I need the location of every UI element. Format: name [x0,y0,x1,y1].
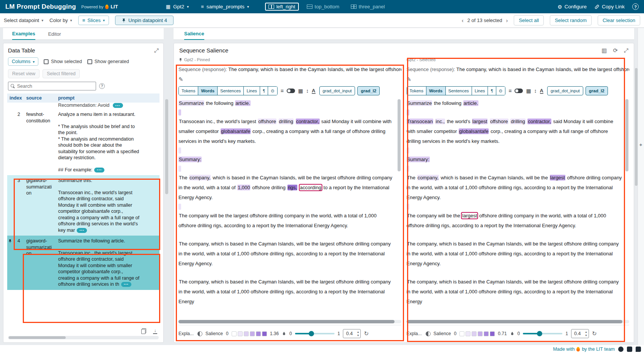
column-header-index[interactable]: index [9,95,22,101]
copy-icon[interactable] [141,328,146,334]
contrast-toggle[interactable] [287,89,295,93]
density-icon[interactable]: ≡ [281,88,284,94]
method-grad_l2[interactable]: grad_l2 [586,86,608,95]
token[interactable]: drilling [510,119,526,124]
ellipsis-chip[interactable]: ••• [94,168,104,173]
dot-circle-toggle[interactable]: ⊙ [268,87,277,95]
token[interactable]: contractor, [527,119,551,124]
table-row[interactable]: 4gigaword-summarizationSummarize the fol… [7,236,159,290]
layout-button-left_right[interactable]: left_right [265,3,299,11]
method-grad_dot_input[interactable]: grad_dot_input [547,86,583,95]
granularity-words[interactable]: Words [426,87,446,95]
paragraph-toggle[interactable]: ¶ [488,87,496,95]
token[interactable]: rigs, [287,185,298,190]
token[interactable]: the following [432,100,463,106]
column-header-prompt[interactable]: prompt [54,95,140,101]
granularity-tokens[interactable]: Tokens [407,87,426,95]
newline-token[interactable] [407,147,409,154]
chevron-right-icon[interactable]: › [506,17,508,24]
granularity-sentences[interactable]: Sentences [218,87,244,95]
show-generated-checkbox[interactable]: Show generated [87,59,129,64]
explanation-dropdown[interactable]: Expla... [407,331,423,336]
search-input[interactable] [17,84,93,89]
token[interactable]: The company will be the [407,213,462,218]
heatmap-icon[interactable]: ▦ [298,88,303,94]
token[interactable]: The [178,175,189,180]
reset-view-button[interactable]: Reset view [8,69,39,78]
vertical-scrollbar[interactable] [635,68,638,186]
horizontal-scrollbar[interactable] [8,336,159,339]
download-icon[interactable]: ↓ [153,329,157,334]
intensity-slider[interactable] [523,331,562,336]
token[interactable]: largest [462,213,477,218]
dataset-selector[interactable]: ≡ sample_prompts ▾ [201,4,249,9]
text-color-icon[interactable]: A [540,88,543,94]
search-box[interactable] [8,82,96,90]
vertical-scrollbar[interactable] [398,99,401,171]
token[interactable]: The company, which is based in the Cayma… [407,279,619,304]
tab-examples[interactable]: Examples [12,31,35,40]
table-row-partial[interactable]: Recommendation: Avoid ••• [7,103,159,109]
edit-icon[interactable]: ✎ [178,76,401,83]
stepper-icons[interactable]: ▲▼ [357,330,360,337]
ellipsis-chip[interactable]: ••• [77,228,87,233]
token[interactable]: company, [417,175,439,180]
text-color-icon[interactable]: A [312,88,315,94]
align-icon[interactable]: ↕ [306,88,309,94]
copy-link-button[interactable]: Copy Link [594,4,625,9]
tab-editor[interactable]: Editor [48,31,61,40]
token[interactable]: Summary: [407,157,430,162]
token[interactable]: Transocean [407,119,433,124]
scroll-thumb[interactable] [407,320,623,323]
columns-button[interactable]: Columns ▾ [8,57,38,66]
layout-button-three_panel[interactable]: three_panel [347,3,388,11]
threshold-input[interactable]: 0.4▲▼ [343,329,361,338]
select-datapoint-dropdown[interactable]: Select datapoint ▾ [4,17,43,23]
bug-icon[interactable] [618,347,623,352]
columns-view-icon[interactable]: ▥ [601,47,607,53]
help-icon[interactable]: ? [632,3,639,10]
token[interactable]: article. [463,100,478,106]
explanation-dropdown[interactable]: Expla... [178,331,194,336]
select-all-button[interactable]: Select all [514,15,544,25]
clear-selection-button[interactable]: Clear selection [598,15,640,25]
token[interactable]: Summarize [178,100,204,106]
threshold-input[interactable]: 0.4▲▼ [571,329,589,338]
contrast-toggle[interactable] [515,89,523,93]
density-icon[interactable]: ≡ [508,88,511,94]
token[interactable]: Summarize [407,100,432,106]
table-row[interactable]: 2fewshot-constitutionAnalyze a menu item… [7,109,159,175]
token[interactable]: The company will be the largest offshore… [178,213,377,228]
cycle-icon[interactable]: ⟳ [613,47,618,53]
token[interactable]: largest [472,119,488,124]
token[interactable]: the following [204,100,235,106]
token[interactable]: Summary: [178,157,202,162]
token[interactable]: Transocean inc., the world's largest [178,119,258,124]
select-filtered-button[interactable]: Select filtered [43,69,80,78]
token[interactable]: drilling [279,119,294,124]
paragraph-toggle[interactable]: ¶ [260,87,268,95]
help-icon[interactable]: ? [99,83,105,89]
token[interactable] [294,119,296,124]
expand-icon[interactable]: ⤢ [624,47,628,53]
edit-icon[interactable]: ✎ [407,76,630,83]
expand-icon[interactable]: ⤢ [154,47,159,53]
token[interactable]: The company, which is based in the Cayma… [178,279,391,304]
granularity-lines[interactable]: Lines [244,87,260,95]
unpin-datapoint-button[interactable]: Unpin datapoint 4 [115,16,174,25]
token[interactable]: offshore [258,119,276,124]
token[interactable]: The [407,175,417,180]
token[interactable] [276,119,279,124]
newline-token[interactable] [178,109,181,116]
heatmap-icon[interactable]: ▦ [526,88,531,94]
horizontal-scrollbar[interactable] [178,320,401,323]
table-row[interactable]: 3gigaword-summarizationSummarize this.Tr… [7,175,159,236]
select-random-button[interactable]: Select random [550,15,592,25]
feedback-icon[interactable] [636,347,641,352]
model-selector[interactable]: ▦ Gpt2 ▾ [166,4,189,9]
ellipsis-chip[interactable]: ••• [121,282,131,287]
newline-token[interactable] [178,147,181,154]
token[interactable]: which is based in the Cayman Islands, wi… [439,175,550,180]
horizontal-scrollbar[interactable] [407,320,630,323]
token[interactable]: offshore drilling [250,185,287,190]
